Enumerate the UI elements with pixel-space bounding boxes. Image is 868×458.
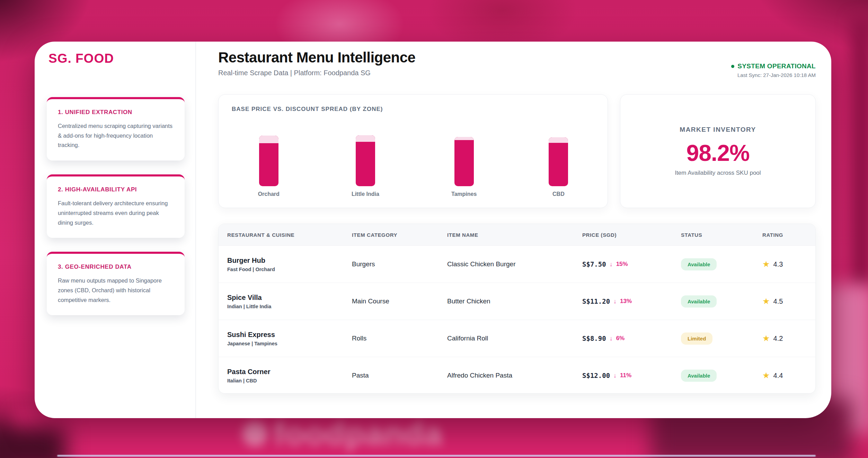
item-category-cell: Pasta	[352, 372, 447, 379]
price-discount: 6%	[616, 335, 625, 342]
restaurant-cuisine: Italian | CBD	[227, 378, 352, 383]
rating-value: 4.3	[773, 260, 783, 268]
rating-cell: ★4.3	[762, 260, 815, 268]
item-name-cell: Butter Chicken	[447, 297, 582, 305]
sidebar-feature-card: 3. GEO-ENRICHED DATARaw menu outputs map…	[47, 252, 185, 315]
table-row: Spice VillaIndian | Little IndiaMain Cou…	[219, 283, 815, 320]
price-discount: 13%	[620, 298, 632, 305]
summary-panels: BASE PRICE VS. DISCOUNT SPREAD (BY ZONE)…	[218, 94, 816, 208]
status-badge: Available	[681, 370, 717, 382]
restaurant-cuisine: Japanese | Tampines	[227, 341, 352, 346]
zone-bar-label: Tampines	[451, 191, 477, 197]
page-title: Restaurant Menu Intelligence	[218, 49, 816, 66]
status-dot-icon	[731, 65, 734, 68]
table-column-header: ITEM CATEGORY	[352, 232, 447, 238]
zone-bar-group: Little India	[352, 135, 379, 197]
page-background: foodpanda SG. FOOD 1. UNIFIED EXTRACTION…	[0, 0, 868, 458]
restaurant-cuisine: Fast Food | Orchard	[227, 267, 352, 272]
market-inventory-panel: MARKET INVENTORY 98.2% Item Availability…	[620, 94, 816, 208]
zone-bar	[259, 136, 278, 186]
table-row: Burger HubFast Food | OrchardBurgersClas…	[219, 245, 815, 283]
sidebar-card-body: Raw menu outputs mapped to Singapore zon…	[58, 276, 174, 305]
sidebar-card-body: Fault-tolerant delivery architecture ens…	[58, 199, 174, 227]
rating-cell: ★4.2	[762, 334, 815, 343]
rating-value: 4.4	[773, 372, 783, 380]
status-badge: Available	[681, 258, 717, 270]
rating-value: 4.2	[773, 335, 783, 343]
inventory-title: MARKET INVENTORY	[680, 126, 756, 133]
price-cell: S$11.20↓13%	[582, 297, 681, 305]
status-badge: Available	[681, 295, 717, 308]
menu-table: RESTAURANT & CUISINEITEM CATEGORYITEM NA…	[218, 224, 816, 394]
status-cell: Available	[681, 258, 762, 270]
price-value: S$11.20	[582, 297, 610, 305]
inventory-value: 98.2%	[686, 140, 749, 166]
item-category-cell: Main Course	[352, 297, 447, 305]
zone-bar-group: Tampines	[451, 137, 477, 197]
restaurant-cell: Sushi ExpressJapanese | Tampines	[227, 331, 352, 346]
foodpanda-logo-blur	[242, 421, 267, 446]
main-header: Restaurant Menu Intelligence Real-time S…	[218, 49, 816, 77]
sidebar-card-body: Centralized menu scraping capturing vari…	[58, 121, 174, 150]
table-row: Pasta CornerItalian | CBDPastaAlfredo Ch…	[219, 357, 815, 394]
system-status: SYSTEM OPERATIONAL Last Sync: 27-Jan-202…	[731, 62, 816, 78]
rating-value: 4.5	[773, 297, 783, 305]
restaurant-cell: Burger HubFast Food | Orchard	[227, 257, 352, 272]
table-row: Sushi ExpressJapanese | TampinesRollsCal…	[219, 320, 815, 357]
restaurant-name: Burger Hub	[227, 257, 352, 265]
price-value: S$7.50	[582, 260, 606, 268]
zone-bar-discount-cap	[356, 135, 375, 142]
status-label: SYSTEM OPERATIONAL	[737, 62, 816, 70]
price-down-arrow-icon: ↓	[613, 372, 617, 379]
price-value: S$8.90	[582, 335, 606, 342]
restaurant-cell: Pasta CornerItalian | CBD	[227, 368, 352, 383]
table-column-header: ITEM NAME	[447, 232, 582, 238]
foodpanda-watermark: foodpanda	[274, 415, 443, 452]
zone-bar	[549, 137, 568, 186]
price-down-arrow-icon: ↓	[610, 261, 613, 268]
zone-price-chart-panel: BASE PRICE VS. DISCOUNT SPREAD (BY ZONE)…	[218, 94, 608, 208]
menu-table-body: Burger HubFast Food | OrchardBurgersClas…	[219, 245, 815, 394]
sidebar-card-title: 3. GEO-ENRICHED DATA	[58, 263, 174, 270]
restaurant-name: Spice Villa	[227, 294, 352, 302]
item-category-cell: Burgers	[352, 260, 447, 268]
price-down-arrow-icon: ↓	[610, 335, 613, 342]
table-column-header: RATING	[762, 232, 815, 238]
status-cell: Available	[681, 295, 762, 308]
page-subtitle: Real-time Scrape Data | Platform: Foodpa…	[218, 69, 816, 77]
zone-bar-discount-cap	[549, 137, 568, 143]
sidebar-divider	[195, 42, 196, 418]
status-cell: Limited	[681, 332, 762, 345]
dashboard-card: SG. FOOD 1. UNIFIED EXTRACTIONCentralize…	[35, 42, 831, 418]
status-badge: Limited	[681, 332, 712, 345]
inventory-caption: Item Availability across SKU pool	[675, 170, 761, 176]
table-column-header: STATUS	[681, 232, 762, 238]
restaurant-name: Sushi Express	[227, 331, 352, 339]
item-name-cell: California Roll	[447, 335, 582, 342]
zone-bar	[356, 135, 375, 186]
zone-bar-discount-cap	[454, 137, 474, 140]
status-cell: Available	[681, 370, 762, 382]
menu-table-header: RESTAURANT & CUISINEITEM CATEGORYITEM NA…	[219, 224, 815, 245]
rating-star-icon: ★	[762, 371, 770, 380]
restaurant-cuisine: Indian | Little India	[227, 304, 352, 309]
zone-bar-label: CBD	[552, 191, 565, 197]
background-blur-shape	[851, 17, 868, 288]
zone-bar-discount-cap	[259, 136, 278, 143]
price-down-arrow-icon: ↓	[613, 298, 617, 305]
rating-star-icon: ★	[762, 260, 770, 268]
sidebar-feature-card: 2. HIGH-AVAILABILITY APIFault-tolerant d…	[47, 174, 185, 238]
zone-bars: OrchardLittle IndiaTampinesCBD	[219, 135, 608, 197]
zone-bar	[454, 137, 474, 186]
item-name-cell: Alfredo Chicken Pasta	[447, 372, 582, 379]
table-column-header: RESTAURANT & CUISINE	[227, 232, 352, 238]
last-sync-label: Last Sync: 27-Jan-2026 10:18 AM	[731, 72, 816, 78]
zone-bar-group: Orchard	[258, 136, 280, 197]
brand-logo: SG. FOOD	[47, 51, 185, 66]
item-name-cell: Classic Chicken Burger	[447, 260, 582, 268]
sidebar-feature-cards: 1. UNIFIED EXTRACTIONCentralized menu sc…	[47, 97, 185, 315]
price-cell: S$12.00↓11%	[582, 372, 681, 379]
restaurant-name: Pasta Corner	[227, 368, 352, 376]
rating-star-icon: ★	[762, 334, 770, 343]
restaurant-cell: Spice VillaIndian | Little India	[227, 294, 352, 309]
